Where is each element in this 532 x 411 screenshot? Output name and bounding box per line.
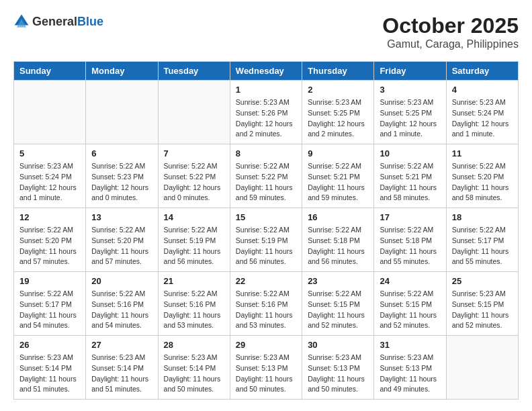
day-number: 31 [380, 340, 440, 350]
day-info: Sunrise: 5:23 AMSunset: 5:14 PMDaylight:… [164, 353, 224, 395]
day-info: Sunrise: 5:22 AMSunset: 5:21 PMDaylight:… [380, 161, 440, 203]
day-number: 21 [164, 276, 224, 286]
day-number: 29 [236, 340, 296, 350]
day-info: Sunrise: 5:22 AMSunset: 5:21 PMDaylight:… [308, 161, 368, 203]
day-cell: 4Sunrise: 5:23 AMSunset: 5:24 PMDaylight… [446, 81, 518, 144]
day-number: 2 [308, 85, 368, 95]
week-row-5: 26Sunrise: 5:23 AMSunset: 5:14 PMDayligh… [14, 336, 519, 400]
day-cell: 28Sunrise: 5:23 AMSunset: 5:14 PMDayligh… [158, 336, 230, 400]
day-cell [446, 336, 518, 400]
day-cell: 16Sunrise: 5:22 AMSunset: 5:18 PMDayligh… [302, 208, 374, 272]
day-number: 6 [91, 148, 152, 158]
day-info: Sunrise: 5:23 AMSunset: 5:26 PMDaylight:… [236, 97, 296, 140]
day-cell: 23Sunrise: 5:22 AMSunset: 5:15 PMDayligh… [302, 272, 374, 336]
day-info: Sunrise: 5:22 AMSunset: 5:22 PMDaylight:… [164, 161, 224, 203]
day-cell: 31Sunrise: 5:23 AMSunset: 5:13 PMDayligh… [374, 336, 446, 400]
day-cell [86, 81, 158, 144]
day-cell: 11Sunrise: 5:22 AMSunset: 5:20 PMDayligh… [446, 144, 518, 208]
day-number: 30 [308, 340, 368, 350]
day-info: Sunrise: 5:22 AMSunset: 5:20 PMDaylight:… [91, 225, 152, 267]
day-info: Sunrise: 5:23 AMSunset: 5:13 PMDaylight:… [380, 353, 440, 395]
day-number: 8 [236, 148, 296, 158]
day-info: Sunrise: 5:23 AMSunset: 5:13 PMDaylight:… [236, 353, 296, 395]
week-row-4: 19Sunrise: 5:22 AMSunset: 5:17 PMDayligh… [14, 272, 519, 336]
weekday-header-sunday: Sunday [14, 62, 86, 81]
title-block: October 2025 Gamut, Caraga, Philippines [382, 13, 519, 50]
day-number: 19 [19, 276, 80, 286]
day-cell: 25Sunrise: 5:23 AMSunset: 5:15 PMDayligh… [446, 272, 518, 336]
day-number: 12 [19, 212, 80, 222]
day-cell: 5Sunrise: 5:23 AMSunset: 5:24 PMDaylight… [14, 144, 86, 208]
day-cell: 7Sunrise: 5:22 AMSunset: 5:22 PMDaylight… [158, 144, 230, 208]
day-cell: 12Sunrise: 5:22 AMSunset: 5:20 PMDayligh… [14, 208, 86, 272]
weekday-header-wednesday: Wednesday [230, 62, 302, 81]
month-title: October 2025 [382, 13, 519, 38]
day-info: Sunrise: 5:22 AMSunset: 5:15 PMDaylight:… [308, 289, 368, 331]
calendar: SundayMondayTuesdayWednesdayThursdayFrid… [13, 61, 519, 400]
day-number: 17 [380, 212, 440, 222]
day-cell: 30Sunrise: 5:23 AMSunset: 5:13 PMDayligh… [302, 336, 374, 400]
day-cell: 8Sunrise: 5:22 AMSunset: 5:22 PMDaylight… [230, 144, 302, 208]
day-number: 15 [236, 212, 296, 222]
weekday-header-friday: Friday [374, 62, 446, 81]
day-number: 1 [236, 85, 296, 95]
day-number: 23 [308, 276, 368, 286]
day-cell: 3Sunrise: 5:23 AMSunset: 5:25 PMDaylight… [374, 81, 446, 144]
day-cell: 18Sunrise: 5:22 AMSunset: 5:17 PMDayligh… [446, 208, 518, 272]
day-number: 27 [91, 340, 152, 350]
day-info: Sunrise: 5:22 AMSunset: 5:17 PMDaylight:… [452, 225, 513, 267]
day-number: 24 [380, 276, 440, 286]
day-cell [158, 81, 230, 144]
day-cell: 14Sunrise: 5:22 AMSunset: 5:19 PMDayligh… [158, 208, 230, 272]
day-cell: 22Sunrise: 5:22 AMSunset: 5:16 PMDayligh… [230, 272, 302, 336]
day-cell: 19Sunrise: 5:22 AMSunset: 5:17 PMDayligh… [14, 272, 86, 336]
day-info: Sunrise: 5:22 AMSunset: 5:16 PMDaylight:… [236, 289, 296, 331]
weekday-header-saturday: Saturday [446, 62, 518, 81]
day-info: Sunrise: 5:22 AMSunset: 5:20 PMDaylight:… [19, 225, 80, 267]
week-row-1: 1Sunrise: 5:23 AMSunset: 5:26 PMDaylight… [14, 81, 519, 144]
day-number: 9 [308, 148, 368, 158]
day-cell: 13Sunrise: 5:22 AMSunset: 5:20 PMDayligh… [86, 208, 158, 272]
day-cell: 21Sunrise: 5:22 AMSunset: 5:16 PMDayligh… [158, 272, 230, 336]
week-row-2: 5Sunrise: 5:23 AMSunset: 5:24 PMDaylight… [14, 144, 519, 208]
day-cell: 17Sunrise: 5:22 AMSunset: 5:18 PMDayligh… [374, 208, 446, 272]
weekday-header-thursday: Thursday [302, 62, 374, 81]
day-cell: 27Sunrise: 5:23 AMSunset: 5:14 PMDayligh… [86, 336, 158, 400]
day-info: Sunrise: 5:23 AMSunset: 5:25 PMDaylight:… [380, 97, 440, 140]
page-header: GeneralBlue October 2025 Gamut, Caraga, … [13, 13, 519, 50]
weekday-header-row: SundayMondayTuesdayWednesdayThursdayFrid… [14, 62, 519, 81]
day-cell [14, 81, 86, 144]
day-info: Sunrise: 5:23 AMSunset: 5:15 PMDaylight:… [452, 289, 513, 331]
day-number: 26 [19, 340, 80, 350]
day-info: Sunrise: 5:22 AMSunset: 5:19 PMDaylight:… [164, 225, 224, 267]
logo-text: GeneralBlue [32, 15, 103, 29]
day-cell: 29Sunrise: 5:23 AMSunset: 5:13 PMDayligh… [230, 336, 302, 400]
day-number: 22 [236, 276, 296, 286]
day-info: Sunrise: 5:22 AMSunset: 5:16 PMDaylight:… [91, 289, 152, 331]
day-info: Sunrise: 5:23 AMSunset: 5:24 PMDaylight:… [452, 97, 513, 140]
day-number: 16 [308, 212, 368, 222]
day-cell: 26Sunrise: 5:23 AMSunset: 5:14 PMDayligh… [14, 336, 86, 400]
day-info: Sunrise: 5:23 AMSunset: 5:13 PMDaylight:… [308, 353, 368, 395]
day-info: Sunrise: 5:22 AMSunset: 5:18 PMDaylight:… [380, 225, 440, 267]
day-info: Sunrise: 5:22 AMSunset: 5:23 PMDaylight:… [91, 161, 152, 203]
weekday-header-tuesday: Tuesday [158, 62, 230, 81]
day-info: Sunrise: 5:22 AMSunset: 5:22 PMDaylight:… [236, 161, 296, 203]
logo: GeneralBlue [13, 13, 103, 30]
day-cell: 10Sunrise: 5:22 AMSunset: 5:21 PMDayligh… [374, 144, 446, 208]
day-number: 11 [452, 148, 513, 158]
day-cell: 2Sunrise: 5:23 AMSunset: 5:25 PMDaylight… [302, 81, 374, 144]
day-cell: 15Sunrise: 5:22 AMSunset: 5:19 PMDayligh… [230, 208, 302, 272]
day-info: Sunrise: 5:22 AMSunset: 5:17 PMDaylight:… [19, 289, 80, 331]
day-number: 4 [452, 85, 513, 95]
day-info: Sunrise: 5:22 AMSunset: 5:20 PMDaylight:… [452, 161, 513, 203]
day-info: Sunrise: 5:22 AMSunset: 5:19 PMDaylight:… [236, 225, 296, 267]
day-number: 5 [19, 148, 80, 158]
day-cell: 1Sunrise: 5:23 AMSunset: 5:26 PMDaylight… [230, 81, 302, 144]
day-number: 25 [452, 276, 513, 286]
day-number: 20 [91, 276, 152, 286]
day-info: Sunrise: 5:22 AMSunset: 5:15 PMDaylight:… [380, 289, 440, 331]
day-cell: 9Sunrise: 5:22 AMSunset: 5:21 PMDaylight… [302, 144, 374, 208]
day-number: 28 [164, 340, 224, 350]
location-title: Gamut, Caraga, Philippines [382, 38, 519, 50]
